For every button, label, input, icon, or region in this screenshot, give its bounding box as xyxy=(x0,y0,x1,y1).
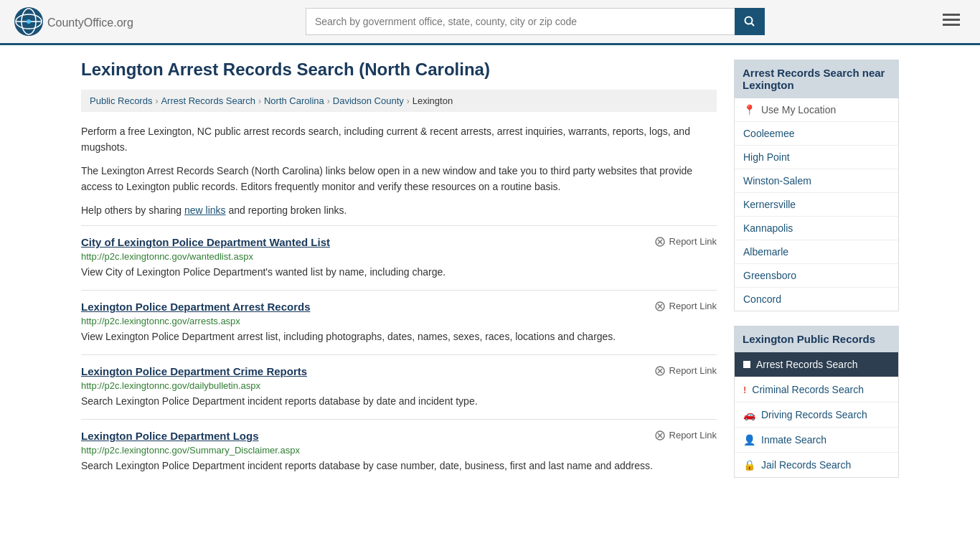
sidebar-item-winston-salem[interactable]: Winston-Salem xyxy=(735,169,898,193)
sidebar-item-greensboro[interactable]: Greensboro xyxy=(735,264,898,288)
svg-rect-9 xyxy=(943,24,960,26)
page-container: Lexington Arrest Records Search (North C… xyxy=(67,45,913,498)
driving-records-label: Driving Records Search xyxy=(761,409,867,420)
breadcrumb-public-records[interactable]: Public Records xyxy=(90,95,152,106)
lock-icon: 🔒 xyxy=(743,459,755,471)
high-point-label: High Point xyxy=(743,151,790,163)
report-link-btn-0[interactable]: Report Link xyxy=(654,236,717,248)
location-pin-icon: 📍 xyxy=(743,104,755,116)
search-icon xyxy=(744,16,755,27)
breadcrumb-sep-3: › xyxy=(327,96,330,106)
sidebar-item-driving-records[interactable]: 🚗 Driving Records Search xyxy=(735,402,898,428)
public-records-links: Arrest Records Search ! Criminal Records… xyxy=(734,352,899,478)
sidebar-item-criminal-records[interactable]: ! Criminal Records Search xyxy=(735,377,898,402)
search-button[interactable] xyxy=(735,8,765,35)
desc3-post: and reporting broken links. xyxy=(226,204,347,216)
sidebar-item-inmate-search[interactable]: 👤 Inmate Search xyxy=(735,428,898,453)
use-location-label: Use My Location xyxy=(761,104,836,116)
sidebar-item-arrest-records[interactable]: Arrest Records Search xyxy=(735,352,898,377)
sidebar-item-cooleemee[interactable]: Cooleemee xyxy=(735,122,898,146)
cooleemee-label: Cooleemee xyxy=(743,128,795,139)
report-icon-1 xyxy=(654,301,666,312)
car-icon: 🚗 xyxy=(743,409,755,420)
logo-icon xyxy=(14,7,43,36)
breadcrumb-sep-1: › xyxy=(155,96,158,106)
description-2: The Lexington Arrest Records Search (Nor… xyxy=(81,163,717,195)
menu-button[interactable] xyxy=(937,9,966,34)
winston-salem-label: Winston-Salem xyxy=(743,175,811,187)
site-header: CountyOffice.org xyxy=(0,0,980,45)
description-3: Help others by sharing new links and rep… xyxy=(81,202,717,218)
record-desc-2: Search Lexington Police Department incid… xyxy=(81,394,717,409)
hamburger-icon xyxy=(943,14,960,27)
record-url-0: http://p2c.lexingtonnc.gov/wantedlist.as… xyxy=(81,251,717,262)
record-url-3: http://p2c.lexingtonnc.gov/Summary_Discl… xyxy=(81,445,717,456)
report-label-3: Report Link xyxy=(669,430,717,441)
main-content: Lexington Arrest Records Search (North C… xyxy=(81,60,717,484)
jail-records-label: Jail Records Search xyxy=(761,459,851,471)
record-title-1[interactable]: Lexington Police Department Arrest Recor… xyxy=(81,301,311,313)
desc3-pre: Help others by sharing xyxy=(81,204,184,216)
search-bar xyxy=(306,8,765,35)
greensboro-label: Greensboro xyxy=(743,270,796,281)
inmate-search-label: Inmate Search xyxy=(761,434,826,446)
record-item-1: Lexington Police Department Arrest Recor… xyxy=(81,290,717,354)
report-label-0: Report Link xyxy=(669,236,717,247)
report-link-btn-3[interactable]: Report Link xyxy=(654,430,717,441)
sidebar-item-kernersville[interactable]: Kernersville xyxy=(735,193,898,217)
logo-text: CountyOffice.org xyxy=(47,14,133,30)
record-item-3: Lexington Police Department Logs Report … xyxy=(81,419,717,484)
sidebar-item-high-point[interactable]: High Point xyxy=(735,146,898,169)
record-title-3[interactable]: Lexington Police Department Logs xyxy=(81,430,259,442)
sidebar-item-kannapolis[interactable]: Kannapolis xyxy=(735,217,898,240)
record-title-0[interactable]: City of Lexington Police Department Want… xyxy=(81,236,330,248)
logo[interactable]: CountyOffice.org xyxy=(14,7,133,36)
breadcrumb-davidson-county[interactable]: Davidson County xyxy=(333,95,404,106)
svg-point-5 xyxy=(745,17,752,24)
sidebar: Arrest Records Search near Lexington 📍 U… xyxy=(734,60,899,484)
report-label-2: Report Link xyxy=(669,365,717,376)
breadcrumb-arrest-records[interactable]: Arrest Records Search xyxy=(161,95,255,106)
kernersville-label: Kernersville xyxy=(743,199,796,210)
person-icon: 👤 xyxy=(743,434,755,446)
sidebar-item-concord[interactable]: Concord xyxy=(735,288,898,311)
svg-point-4 xyxy=(27,19,31,24)
report-icon-2 xyxy=(654,365,666,377)
report-link-btn-2[interactable]: Report Link xyxy=(654,365,717,377)
nearby-links: 📍 Use My Location Cooleemee High Point W… xyxy=(734,98,899,311)
search-input[interactable] xyxy=(306,8,735,35)
breadcrumb-lexington: Lexington xyxy=(413,95,453,106)
record-url-2: http://p2c.lexingtonnc.gov/dailybulletin… xyxy=(81,380,717,391)
sidebar-item-use-location[interactable]: 📍 Use My Location xyxy=(735,98,898,122)
sidebar-item-albemarle[interactable]: Albemarle xyxy=(735,240,898,264)
record-desc-1: View Lexington Police Department arrest … xyxy=(81,329,717,344)
report-label-1: Report Link xyxy=(669,301,717,311)
report-icon-3 xyxy=(654,430,666,441)
breadcrumb: Public Records › Arrest Records Search ›… xyxy=(81,90,717,112)
records-list: City of Lexington Police Department Want… xyxy=(81,225,717,484)
albemarle-label: Albemarle xyxy=(743,246,788,258)
nearby-title: Arrest Records Search near Lexington xyxy=(734,60,899,98)
criminal-records-icon: ! xyxy=(743,385,746,395)
new-links-link[interactable]: new links xyxy=(184,204,226,216)
record-desc-0: View City of Lexington Police Department… xyxy=(81,265,717,280)
record-title-2[interactable]: Lexington Police Department Crime Report… xyxy=(81,365,307,377)
breadcrumb-sep-4: › xyxy=(407,96,410,106)
record-url-1: http://p2c.lexingtonnc.gov/arrests.aspx xyxy=(81,316,717,326)
page-title: Lexington Arrest Records Search (North C… xyxy=(81,60,717,80)
arrest-records-label: Arrest Records Search xyxy=(756,359,858,370)
svg-rect-8 xyxy=(943,19,960,21)
breadcrumb-sep-2: › xyxy=(258,96,261,106)
sidebar-item-jail-records[interactable]: 🔒 Jail Records Search xyxy=(735,453,898,477)
breadcrumb-north-carolina[interactable]: North Carolina xyxy=(264,95,324,106)
description-1: Perform a free Lexington, NC public arre… xyxy=(81,123,717,156)
record-desc-3: Search Lexington Police Department incid… xyxy=(81,458,717,474)
kannapolis-label: Kannapolis xyxy=(743,222,793,234)
svg-rect-7 xyxy=(943,14,960,16)
public-records-title: Lexington Public Records xyxy=(734,326,899,352)
svg-line-6 xyxy=(751,24,754,27)
report-link-btn-1[interactable]: Report Link xyxy=(654,301,717,312)
concord-label: Concord xyxy=(743,293,781,305)
arrest-records-icon xyxy=(743,361,750,368)
record-item-2: Lexington Police Department Crime Report… xyxy=(81,354,717,419)
